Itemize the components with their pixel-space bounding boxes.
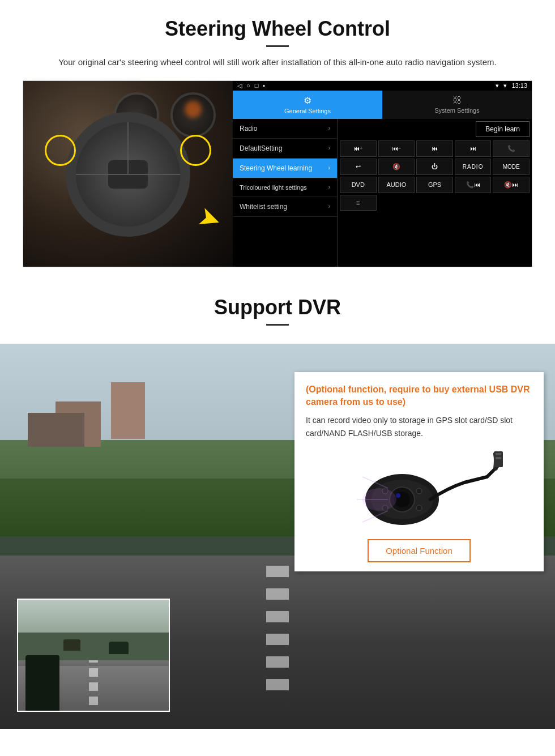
svg-point-8 — [416, 505, 422, 511]
android-panel: ◁ ○ □ ▪ ▾ ▾ 13:13 ⚙ General Settings ⛓ S… — [233, 81, 532, 267]
android-content: Radio › DefaultSetting › Steering Wheel … — [233, 119, 532, 267]
steering-demo-area: ➤ ◁ ○ □ ▪ ▾ ▾ 13:13 ⚙ General Settings — [23, 80, 532, 267]
ctrl-vol-down[interactable]: ⏮− — [378, 140, 415, 157]
menu-default-label: DefaultSetting — [240, 144, 282, 152]
dvr-section: Support DVR — [0, 279, 555, 729]
android-tabs: ⚙ General Settings ⛓ System Settings — [233, 91, 532, 119]
dvr-info-card: (Optional function, require to buy exter… — [294, 372, 544, 572]
menu-steering-label: Steering Wheel learning — [240, 164, 312, 172]
android-statusbar: ◁ ○ □ ▪ ▾ ▾ 13:13 — [233, 81, 532, 91]
android-menu: Radio › DefaultSetting › Steering Wheel … — [233, 119, 338, 267]
highlight-circle-left — [45, 135, 76, 166]
begin-learn-row: Begin learn — [340, 121, 530, 137]
dvr-photo-background: (Optional function, require to buy exter… — [0, 344, 555, 729]
dvr-header: Support DVR — [0, 279, 555, 344]
dvr-camera-svg — [334, 449, 504, 533]
menu-whitelist-arrow: › — [328, 203, 330, 210]
menu-radio[interactable]: Radio › — [233, 119, 337, 139]
title-divider — [266, 45, 289, 47]
ctrl-gps[interactable]: GPS — [416, 177, 453, 193]
ctrl-next-track[interactable]: ⏭ — [455, 140, 492, 157]
svg-point-6 — [416, 488, 422, 494]
gear-icon: ⚙ — [304, 95, 311, 106]
dvr-description: It can record video only to storage in G… — [306, 414, 532, 439]
highlight-circle-right — [180, 135, 211, 166]
ctrl-back[interactable]: ↩ — [340, 159, 377, 175]
control-buttons-grid: ⏮+ ⏮− ⏮ ⏭ 📞 ↩ 🔇 ⏻ RADIO MODE DVD AUDIO — [340, 140, 530, 211]
tab-system-settings[interactable]: ⛓ System Settings — [382, 91, 532, 119]
steering-title: Steering Wheel Control — [23, 17, 532, 41]
menu-tricoloured-arrow: › — [328, 184, 330, 190]
ctrl-phone[interactable]: 📞 — [493, 140, 530, 157]
menu-steering-wheel[interactable]: Steering Wheel learning › — [233, 159, 337, 178]
tab-system-label: System Settings — [434, 107, 479, 114]
menu-steering-arrow: › — [328, 165, 330, 171]
nav-recent-icon: □ — [255, 82, 259, 89]
chain-icon: ⛓ — [452, 95, 462, 105]
ctrl-audio[interactable]: AUDIO — [378, 177, 415, 193]
ctrl-vol-up[interactable]: ⏮+ — [340, 140, 377, 157]
menu-tricoloured[interactable]: Tricoloured light settings › — [233, 178, 337, 197]
menu-radio-arrow: › — [328, 125, 330, 131]
nav-menu-icon: ▪ — [263, 82, 265, 89]
ctrl-dvd[interactable]: DVD — [340, 177, 377, 193]
wifi-icon: ▾ — [503, 82, 507, 89]
steering-wheel-ring — [66, 112, 190, 237]
dvr-small-preview — [17, 599, 170, 712]
steering-wheel-bg: ➤ — [23, 81, 233, 267]
menu-default-arrow: › — [328, 145, 330, 151]
android-controls-right: Begin learn ⏮+ ⏮− ⏮ ⏭ 📞 ↩ 🔇 ⏻ RADIO — [338, 119, 532, 267]
svg-point-4 — [396, 493, 400, 498]
ctrl-mute[interactable]: 🔇 — [378, 159, 415, 175]
menu-default-setting[interactable]: DefaultSetting › — [233, 139, 337, 159]
begin-learn-button[interactable]: Begin learn — [476, 121, 530, 137]
ctrl-menu[interactable]: ≡ — [340, 195, 377, 211]
ctrl-phone-prev[interactable]: 📞⏮ — [455, 177, 492, 193]
menu-whitelist-label: Whitelist setting — [240, 203, 287, 211]
dvr-optional-highlight: (Optional function, require to buy exter… — [306, 383, 532, 409]
menu-radio-label: Radio — [240, 125, 257, 133]
menu-tricoloured-label: Tricoloured light settings — [240, 184, 307, 191]
optional-function-button[interactable]: Optional Function — [368, 539, 471, 562]
tab-general-settings[interactable]: ⚙ General Settings — [233, 91, 382, 119]
nav-home-icon: ○ — [246, 82, 250, 89]
svg-rect-11 — [496, 457, 501, 459]
ctrl-prev-track[interactable]: ⏮ — [416, 140, 453, 157]
status-time: 13:13 — [511, 82, 527, 89]
ctrl-mode[interactable]: MODE — [493, 159, 530, 175]
dvr-title: Support DVR — [23, 296, 532, 319]
ctrl-radio[interactable]: RADIO — [455, 159, 492, 175]
ctrl-power[interactable]: ⏻ — [416, 159, 453, 175]
dvr-title-divider — [266, 324, 289, 326]
steering-description: Your original car's steering wheel contr… — [45, 56, 510, 69]
signal-icon: ▾ — [496, 82, 499, 89]
steering-wheel-photo: ➤ — [23, 81, 233, 267]
steering-wheel-section: Steering Wheel Control Your original car… — [0, 0, 555, 279]
ctrl-mute-next[interactable]: 🔇⏭ — [493, 177, 530, 193]
svg-rect-10 — [496, 453, 501, 455]
dvr-preview-road-bg — [18, 600, 169, 711]
tab-general-label: General Settings — [284, 108, 331, 114]
nav-back-icon: ◁ — [237, 82, 242, 89]
menu-whitelist[interactable]: Whitelist setting › — [233, 197, 337, 217]
